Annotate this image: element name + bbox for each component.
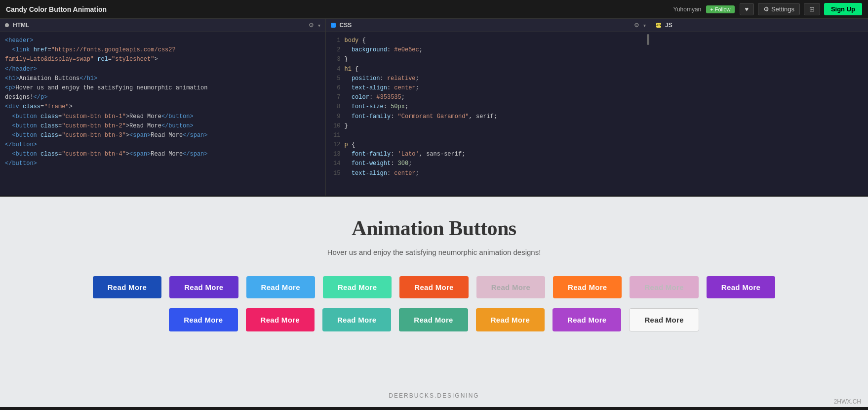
scrollbar-thumb <box>647 34 649 45</box>
code-line: 2 background: #e0e5ec; <box>331 45 646 55</box>
js-code-area[interactable] <box>651 32 868 196</box>
code-line: </header> <box>5 65 320 74</box>
css-label: CSS <box>340 22 631 29</box>
code-line: 9 font-family: "Cormorant Garamond", ser… <box>331 112 646 122</box>
read-more-button-1[interactable]: Read More <box>93 276 161 298</box>
css-gear-icon[interactable]: ⚙ <box>634 22 639 29</box>
read-more-button-11[interactable]: Read More <box>246 308 315 331</box>
code-line: <link href="https://fonts.googleapis.com… <box>5 45 320 55</box>
css-dot-icon: + <box>331 23 336 28</box>
settings-button[interactable]: ⚙ Settings <box>758 3 800 15</box>
js-label: JS <box>665 22 863 29</box>
code-line: <button class="custom-btn btn-3"><span>R… <box>5 131 320 140</box>
read-more-button-13[interactable]: Read More <box>399 308 468 331</box>
preview-subtitle: Hover us and enjoy the satisfying neumor… <box>327 248 541 256</box>
code-line: </button> <box>5 140 320 150</box>
buttons-row-1: Read More Read More Read More Read More … <box>93 276 776 298</box>
read-more-button-3[interactable]: Read More <box>246 276 315 298</box>
code-line: 15 text-align: center; <box>331 169 646 178</box>
read-more-button-5[interactable]: Read More <box>399 276 468 298</box>
code-line: 11 <box>331 131 646 140</box>
code-line: 4h1 { <box>331 65 646 74</box>
author-name: Yuhomyan <box>673 6 702 13</box>
code-line: 3} <box>331 55 646 64</box>
html-pane-header: HTML ⚙ ▾ <box>0 19 325 32</box>
footer-brand: DEERBUCKS.DESIGNING <box>389 392 479 399</box>
read-more-button-2[interactable]: Read More <box>169 276 238 298</box>
code-line: family=Lato&display=swap" rel="styleshee… <box>5 55 320 64</box>
code-line: designs!</p> <box>5 93 320 102</box>
code-line: <button class="custom-btn btn-1">Read Mo… <box>5 112 320 122</box>
read-more-button-7[interactable]: Read More <box>553 276 622 298</box>
code-line: 14 font-weight: 300; <box>331 159 646 168</box>
html-code-area[interactable]: <header> <link href="https://fonts.googl… <box>0 32 325 196</box>
html-pane: HTML ⚙ ▾ <header> <link href="https://fo… <box>0 19 326 196</box>
topbar-actions: ♥ ⚙ Settings ⊞ Sign Up <box>740 3 862 15</box>
code-line: 8 font-size: 50px; <box>331 102 646 112</box>
buttons-row-2: Read More Read More Read More Read More … <box>169 308 699 331</box>
footer: DEERBUCKS.DESIGNING <box>0 384 868 407</box>
js-pane-header: JS JS <box>651 19 868 32</box>
grid-button[interactable]: ⊞ <box>804 3 820 15</box>
read-more-button-8[interactable]: Read More <box>630 276 698 298</box>
read-more-button-10[interactable]: Read More <box>169 308 237 331</box>
css-chevron-icon[interactable]: ▾ <box>643 23 646 28</box>
code-line: 1body { <box>331 36 646 45</box>
buttons-grid: Read More Read More Read More Read More … <box>10 276 858 331</box>
css-code-area[interactable]: 1body { 2 background: #e0e5ec; 3} 4h1 { … <box>326 32 651 196</box>
signup-button[interactable]: Sign Up <box>824 3 862 15</box>
code-line: 7 color: #353535; <box>331 93 646 102</box>
code-line: </button> <box>5 159 320 168</box>
read-more-button-12[interactable]: Read More <box>322 308 391 331</box>
code-line: <button class="custom-btn btn-4"><span>R… <box>5 150 320 159</box>
read-more-button-16[interactable]: Read More <box>629 308 699 331</box>
html-gear-icon[interactable]: ⚙ <box>309 22 314 29</box>
code-line: 5 position: relative; <box>331 74 646 83</box>
read-more-button-6[interactable]: Read More <box>476 276 545 298</box>
code-line: 12p { <box>331 140 646 150</box>
topbar: Candy Color Button Animation Yuhomyan + … <box>0 0 868 19</box>
code-line: <h1>Animation Buttons</h1> <box>5 74 320 83</box>
read-more-button-4[interactable]: Read More <box>323 276 392 298</box>
css-pane-header: + CSS ⚙ ▾ <box>326 19 651 32</box>
css-pane: + CSS ⚙ ▾ 1body { 2 background: #e0e5ec;… <box>326 19 652 196</box>
read-more-button-9[interactable]: Read More <box>707 276 775 298</box>
code-line: <div class="frame"> <box>5 102 320 112</box>
html-label: HTML <box>13 22 305 29</box>
code-line: <button class="custom-btn btn-2">Read Mo… <box>5 122 320 131</box>
code-line: 13 font-family: 'Lato', sans-serif; <box>331 150 646 159</box>
js-pane: JS JS <box>651 19 868 196</box>
code-line: 6 text-align: center; <box>331 83 646 93</box>
follow-button[interactable]: + Follow <box>706 5 734 13</box>
preview-title: Animation Buttons <box>352 216 516 240</box>
page-title: Candy Color Button Animation <box>6 5 669 13</box>
js-dot-icon: JS <box>656 23 661 28</box>
html-dot-icon <box>5 23 9 27</box>
code-line: 10} <box>331 122 646 131</box>
read-more-button-14[interactable]: Read More <box>476 308 545 331</box>
code-line: <p>Hover us and enjoy the satisfying neu… <box>5 83 320 93</box>
preview-area: Animation Buttons Hover us and enjoy the… <box>0 197 868 384</box>
editor-area: HTML ⚙ ▾ <header> <link href="https://fo… <box>0 19 868 197</box>
html-chevron-icon[interactable]: ▾ <box>318 23 320 28</box>
code-line: <header> <box>5 36 320 45</box>
footer-site: 2HWX.CH <box>834 398 861 405</box>
read-more-button-15[interactable]: Read More <box>552 308 621 331</box>
heart-button[interactable]: ♥ <box>740 3 754 15</box>
